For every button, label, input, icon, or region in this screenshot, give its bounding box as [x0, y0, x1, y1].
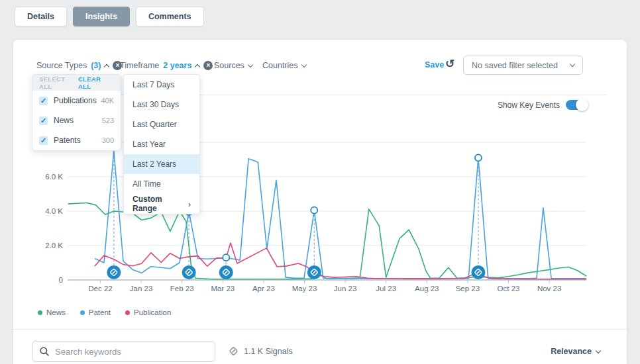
timeframe-option[interactable]: Last 2 Years	[124, 154, 199, 174]
saved-filter-select-value: No saved filter selected	[472, 61, 558, 70]
x-axis-label: Jun 23	[334, 285, 357, 293]
legend-item[interactable]: News	[38, 308, 66, 316]
filter-countries[interactable]: Countries	[262, 60, 306, 71]
search-icon	[39, 346, 50, 357]
undo-icon[interactable]: ↺	[445, 57, 454, 71]
clear-all-button[interactable]: CLEAR ALL	[78, 75, 114, 90]
legend-dot-icon	[125, 310, 130, 315]
key-event-peak-circle	[475, 154, 482, 161]
timeframe-option-label: Last 30 Days	[133, 100, 179, 109]
x-axis-label: Jan 23	[130, 285, 153, 293]
source-type-option[interactable]: ✓News523	[32, 111, 121, 130]
signal-icon	[229, 346, 239, 356]
key-event-peak-circle	[311, 207, 317, 214]
legend-label: Publication	[134, 308, 171, 316]
x-axis-label: Jul 23	[376, 285, 396, 293]
filter-source-types-label: Source Types	[36, 61, 87, 70]
timeframe-option[interactable]: Last 30 Days	[124, 95, 199, 114]
signals-count: 1.1 K Signals	[229, 346, 293, 356]
save-filter-button[interactable]: Save	[425, 60, 444, 69]
filter-countries-label: Countries	[262, 61, 298, 70]
source-type-label: Publications	[54, 96, 97, 105]
x-axis-label: Apr 23	[252, 285, 275, 293]
x-axis-label: Feb 23	[170, 285, 194, 293]
tab-insights[interactable]: Insights	[73, 7, 130, 26]
source-type-count: 523	[102, 116, 114, 124]
series-line-publication	[95, 243, 586, 279]
sort-select-value: Relevance	[551, 347, 592, 356]
sort-select[interactable]: Relevance	[551, 347, 600, 356]
x-axis-label: Aug 23	[415, 285, 439, 293]
remove-filter-icon[interactable]: ×	[203, 61, 213, 70]
timeframe-option[interactable]: Last 7 Days	[124, 75, 199, 95]
x-axis-label: Oct 23	[498, 285, 520, 293]
y-axis-label: 2.0 K	[45, 242, 63, 250]
checkbox-checked-icon[interactable]: ✓	[39, 136, 48, 145]
chevron-down-icon	[301, 62, 306, 67]
timeframe-option[interactable]: Last Quarter	[124, 114, 199, 134]
chart-legend: NewsPatentPublication	[38, 308, 171, 316]
show-key-events-control: Show Key Events	[498, 100, 586, 110]
filter-sources-label: Sources	[214, 61, 244, 70]
saved-filter-select[interactable]: No saved filter selected	[463, 56, 583, 75]
show-key-events-toggle[interactable]	[566, 100, 586, 110]
chevron-down-icon	[570, 62, 575, 67]
search-box	[32, 341, 215, 362]
timeframe-option[interactable]: Last Year	[124, 134, 199, 154]
submenu-arrow-icon: ›	[188, 199, 191, 209]
timeframe-option-label: Last 2 Years	[133, 159, 176, 169]
legend-dot-icon	[80, 310, 85, 315]
show-key-events-label: Show Key Events	[498, 101, 560, 110]
source-types-dropdown: SELECT ALL CLEAR ALL ✓Publications40K✓Ne…	[32, 74, 121, 151]
timeframe-option-label: Custom Range	[133, 195, 188, 213]
y-axis-label: 4.0 K	[45, 207, 63, 215]
y-axis-label: 0	[59, 276, 63, 284]
tab-details[interactable]: Details	[15, 7, 67, 26]
checkbox-checked-icon[interactable]: ✓	[39, 97, 48, 105]
key-event-peak-circle	[223, 254, 229, 261]
x-axis-label: Sep 23	[456, 285, 480, 293]
section-divider	[13, 329, 627, 330]
filter-source-types[interactable]: Source Types (3) ×	[36, 60, 122, 71]
timeframe-option[interactable]: All Time	[124, 174, 199, 194]
source-type-label: News	[54, 116, 74, 125]
timeframe-option-label: Last Quarter	[133, 120, 177, 129]
timeframe-option[interactable]: Custom Range›	[124, 194, 199, 214]
select-all-button[interactable]: SELECT ALL	[39, 75, 78, 90]
chevron-down-icon	[248, 62, 253, 67]
source-type-label: Patents	[54, 136, 81, 145]
y-axis-label: 6.0 K	[45, 173, 63, 181]
filter-source-types-count: (3)	[91, 61, 101, 70]
timeframe-option-label: All Time	[133, 179, 161, 189]
timeframe-dropdown: Last 7 DaysLast 30 DaysLast QuarterLast …	[123, 74, 200, 214]
search-keywords-input[interactable]	[55, 347, 201, 357]
filter-timeframe[interactable]: Timeframe 2 years ×	[120, 60, 213, 71]
tab-bar: Details Insights Comments	[15, 7, 204, 26]
source-type-option[interactable]: ✓Publications40K	[32, 91, 121, 111]
x-axis-label: Dec 22	[88, 285, 112, 293]
source-type-count: 300	[102, 136, 114, 144]
legend-label: News	[46, 308, 66, 316]
x-axis-label: Mar 23	[211, 285, 235, 293]
chevron-down-icon	[596, 347, 601, 353]
source-type-count: 40K	[101, 97, 114, 105]
x-axis-label: May 23	[292, 285, 317, 293]
x-axis-label: Nov 23	[537, 285, 561, 293]
legend-dot-icon	[38, 310, 42, 315]
source-types-dropdown-header: SELECT ALL CLEAR ALL	[32, 75, 121, 91]
signals-label: 1.1 K Signals	[244, 347, 293, 356]
checkbox-checked-icon[interactable]: ✓	[39, 116, 48, 125]
key-event-marker[interactable]	[107, 265, 121, 279]
tab-comments[interactable]: Comments	[136, 7, 204, 26]
legend-label: Patent	[89, 308, 111, 316]
trend-chart[interactable]: 02.0 K4.0 K6.0 K8.0 KDec 22Jan 23Feb 23M…	[32, 136, 607, 298]
source-type-option[interactable]: ✓Patents300	[32, 130, 121, 150]
filter-timeframe-label: Timeframe	[120, 61, 159, 70]
legend-item[interactable]: Patent	[80, 308, 111, 316]
legend-item[interactable]: Publication	[125, 308, 171, 316]
timeframe-option-label: Last Year	[133, 140, 166, 149]
chevron-up-icon	[195, 64, 200, 69]
filter-sources[interactable]: Sources	[214, 60, 252, 71]
insights-page: Details Insights Comments Source Types (…	[0, 0, 640, 364]
chevron-up-icon	[104, 64, 109, 69]
